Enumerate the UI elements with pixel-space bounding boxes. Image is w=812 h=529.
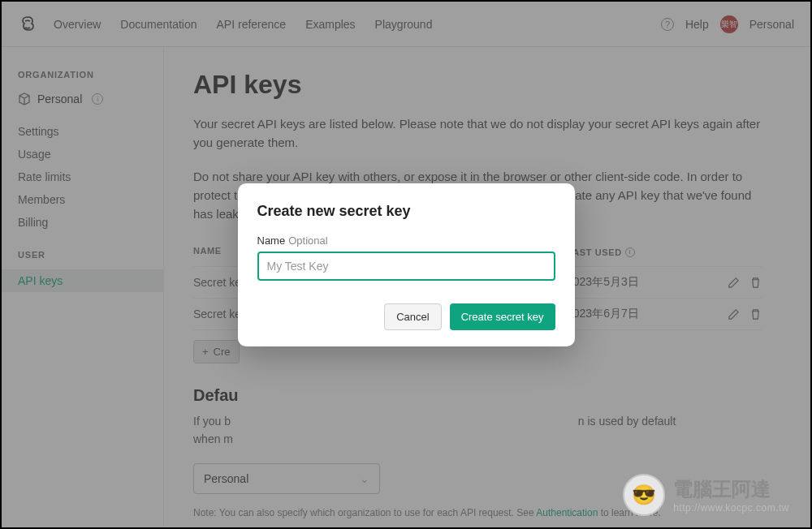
create-secret-key-button[interactable]: Create secret key bbox=[450, 303, 555, 330]
key-name-input[interactable] bbox=[257, 252, 555, 281]
modal-title: Create new secret key bbox=[257, 203, 555, 220]
modal-overlay[interactable]: Create new secret key NameOptional Cance… bbox=[2, 2, 810, 527]
create-key-modal: Create new secret key NameOptional Cance… bbox=[238, 183, 575, 346]
cancel-button[interactable]: Cancel bbox=[384, 303, 441, 330]
name-label: NameOptional bbox=[257, 234, 555, 247]
